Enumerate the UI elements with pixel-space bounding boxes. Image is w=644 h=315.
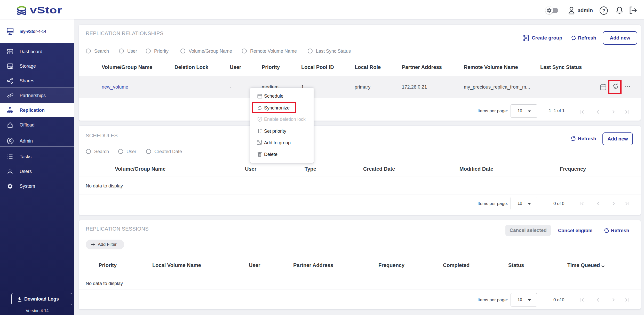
- svg-text:?: ?: [602, 8, 605, 13]
